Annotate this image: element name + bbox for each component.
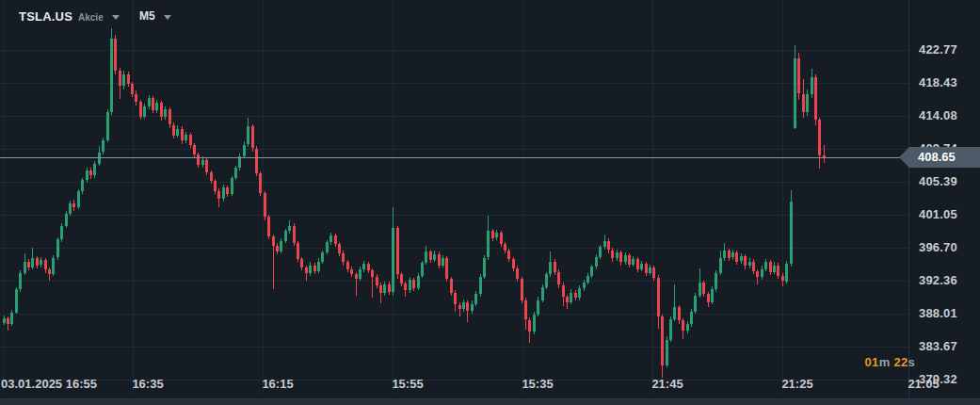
candle-body: [313, 266, 316, 271]
price-axis-label: 422.77: [919, 42, 957, 57]
candle-body: [52, 258, 55, 275]
candle-body: [450, 279, 453, 293]
candle-body: [761, 269, 763, 278]
chevron-down-icon: [164, 15, 171, 20]
candle-body: [723, 251, 726, 258]
candle-body: [590, 267, 593, 276]
candle-body: [636, 259, 639, 269]
candle-body: [802, 94, 805, 112]
candle-body: [507, 251, 510, 259]
candle-body: [711, 289, 714, 302]
bottom-bar: [0, 398, 980, 405]
candle-body: [500, 233, 503, 244]
candle-body: [334, 235, 337, 244]
candle-body: [421, 263, 424, 276]
candle-body: [255, 149, 258, 174]
candle-body: [666, 340, 668, 365]
timeframe-label: M5: [139, 9, 155, 23]
candle-body: [599, 247, 602, 257]
candle-body: [7, 318, 9, 324]
candle-body: [226, 187, 229, 193]
candle-body: [744, 256, 747, 267]
gridline-horizontal: [0, 215, 908, 216]
countdown-seconds-unit: s: [908, 355, 915, 369]
candle-body: [566, 297, 569, 302]
candle-body: [785, 264, 788, 282]
gridline-horizontal: [0, 248, 908, 249]
candle-body: [272, 236, 275, 246]
current-price-value: 408.65: [918, 150, 956, 164]
candle-body: [396, 228, 399, 274]
instrument-type-label: Akcie: [78, 12, 104, 23]
candle-body: [640, 264, 643, 269]
time-axis-label: 21:25: [781, 377, 812, 391]
candle-body: [284, 231, 287, 241]
candle-body: [678, 307, 681, 321]
candle-body: [777, 266, 779, 276]
candle-body: [454, 293, 457, 305]
candle-body: [135, 94, 137, 103]
candle-body: [669, 319, 672, 340]
candle-body: [752, 262, 755, 272]
candle-body: [549, 262, 552, 275]
candle-body: [458, 305, 461, 310]
candle-body: [44, 260, 47, 270]
price-axis-label: 401.05: [919, 207, 957, 221]
gridline-horizontal: [0, 314, 908, 315]
timeframe-selector[interactable]: M5: [139, 9, 171, 23]
candle-body: [172, 125, 175, 136]
candle-body: [595, 257, 598, 267]
candle-body: [371, 270, 374, 276]
candle-body: [404, 284, 407, 290]
candle-body: [707, 294, 710, 302]
candle-body: [748, 262, 751, 267]
time-axis-label: 15:35: [522, 377, 553, 391]
candle-body: [624, 255, 627, 262]
candle-body: [545, 274, 548, 287]
candle-body: [185, 135, 187, 140]
candle-body: [537, 300, 539, 315]
candle-body: [89, 170, 92, 176]
candle-body: [155, 103, 158, 110]
gridline-horizontal: [0, 116, 908, 117]
candle-body: [317, 262, 320, 272]
candle-body: [740, 256, 743, 262]
candle-body: [731, 252, 734, 258]
countdown-seconds: 22: [893, 355, 908, 369]
candle-body: [541, 287, 544, 300]
gridline-vertical: [652, 0, 653, 394]
candle-body: [616, 252, 619, 258]
candle-body: [77, 191, 80, 207]
candle-body: [495, 233, 498, 238]
candle-body: [231, 178, 233, 194]
candle-body: [81, 180, 84, 191]
candle-body: [392, 228, 394, 292]
candle-body: [682, 320, 684, 331]
time-axis-label: 03.01.2025 16:55: [1, 377, 97, 391]
candle-body: [193, 145, 196, 154]
candle-body: [632, 259, 635, 265]
gridline-vertical: [133, 0, 134, 394]
gridline-vertical: [3, 0, 4, 394]
candle-body: [694, 296, 697, 312]
gridline-horizontal: [0, 83, 908, 84]
candle-body: [106, 112, 109, 140]
candle-body: [781, 276, 784, 282]
candle-body: [56, 239, 59, 257]
candle-body: [818, 120, 821, 155]
candle-body: [383, 284, 386, 294]
price-axis-label: 405.39: [919, 174, 957, 188]
candle-body: [811, 77, 813, 95]
candle-body: [276, 246, 279, 251]
candle-body: [264, 193, 266, 217]
candle-body: [445, 258, 448, 279]
symbol-selector[interactable]: TSLA.US Akcie: [19, 9, 120, 24]
candle-body: [557, 272, 560, 285]
candle-body: [661, 316, 664, 365]
candle-body: [645, 264, 648, 273]
candle-body: [189, 135, 192, 145]
candle-body: [355, 274, 358, 279]
candle-body: [607, 241, 610, 251]
current-price-tag: 408.65: [909, 147, 980, 168]
candle-body: [479, 277, 482, 295]
